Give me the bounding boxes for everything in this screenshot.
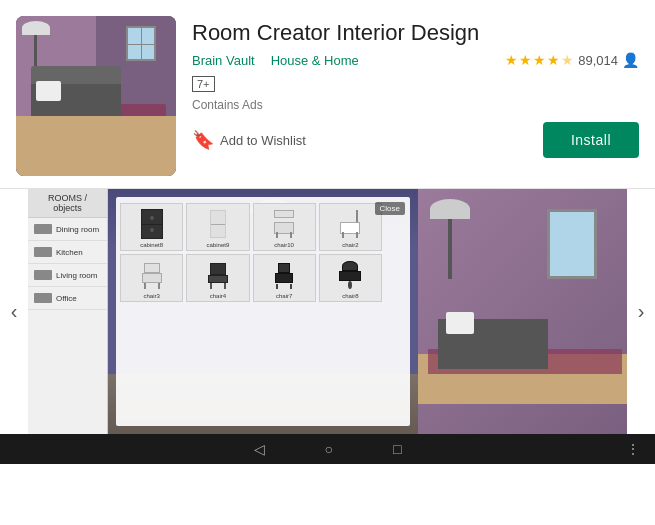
more-button[interactable]: ⋮ <box>626 441 640 457</box>
sc-main-area: Close cabinet8 <box>108 189 418 434</box>
star-1: ★ <box>505 52 518 68</box>
chair10-label: chair10 <box>256 242 313 248</box>
next-arrow-icon: › <box>638 300 645 323</box>
app-title: Room Creator Interior Design <box>192 20 639 46</box>
chair8-label: chair8 <box>322 293 379 299</box>
rating-count: 89,014 <box>578 53 618 68</box>
grid-item-cabinet8: cabinet8 <box>120 203 183 251</box>
app-icon <box>16 16 176 176</box>
cabinet9-label: cabinet9 <box>189 242 246 248</box>
kitchen-label: Kitchen <box>56 248 83 257</box>
sidebar-item-dining: Dining room <box>28 218 107 241</box>
action-row: 🔖 Add to Wishlist Install <box>192 122 639 158</box>
dining-label: Dining room <box>56 225 99 234</box>
sidebar-item-kitchen: Kitchen <box>28 241 107 264</box>
close-button[interactable]: Close <box>375 202 405 215</box>
prev-arrow-icon: ‹ <box>11 300 18 323</box>
cabinet8-label: cabinet8 <box>123 242 180 248</box>
bookmark-icon: 🔖 <box>192 129 214 151</box>
sc-sidebar-header: ROOMS / objects <box>28 189 107 218</box>
prev-arrow[interactable]: ‹ <box>0 189 28 434</box>
recents-button[interactable]: □ <box>393 441 401 457</box>
living-label: Living room <box>56 271 97 280</box>
install-button[interactable]: Install <box>543 122 639 158</box>
screenshots-section: ‹ ROOMS / objects Dining room Kitchen Li… <box>0 189 655 434</box>
star-2: ★ <box>519 52 532 68</box>
star-5: ★ <box>561 52 574 68</box>
wishlist-button[interactable]: 🔖 Add to Wishlist <box>192 129 306 151</box>
home-button[interactable]: ○ <box>325 441 333 457</box>
grid-item-chair3: chair3 <box>120 254 183 302</box>
developer-link[interactable]: Brain Vault <box>192 53 255 68</box>
chair7-label: chair7 <box>256 293 313 299</box>
category-link[interactable]: House & Home <box>271 53 359 68</box>
grid-item-cabinet9: cabinet9 <box>186 203 249 251</box>
chair2-label: chair2 <box>322 242 379 248</box>
app-card: Room Creator Interior Design Brain Vault… <box>0 0 655 189</box>
office-label: Office <box>56 294 77 303</box>
android-nav-bar: ◁ ○ □ ⋮ <box>0 434 655 464</box>
sidebar-item-office: Office <box>28 287 107 310</box>
star-3: ★ <box>533 52 546 68</box>
screenshots-container: ROOMS / objects Dining room Kitchen Livi… <box>28 189 627 434</box>
grid-item-chair10: chair10 <box>253 203 316 251</box>
grid-item-chair8: chair8 <box>319 254 382 302</box>
sidebar-item-living: Living room <box>28 264 107 287</box>
age-badge: 7+ <box>192 76 215 92</box>
app-meta-row: Brain Vault House & Home ★ ★ ★ ★ ★ 89,01… <box>192 52 639 68</box>
person-icon: 👤 <box>622 52 639 68</box>
star-rating: ★ ★ ★ ★ ★ <box>505 52 574 68</box>
chair4-label: chair4 <box>189 293 246 299</box>
grid-item-chair7: chair7 <box>253 254 316 302</box>
grid-item-chair2: chair2 <box>319 203 382 251</box>
screenshot-2 <box>418 189 627 434</box>
app-info: Room Creator Interior Design Brain Vault… <box>192 16 639 176</box>
wishlist-label: Add to Wishlist <box>220 133 306 148</box>
grid-item-chair4: chair4 <box>186 254 249 302</box>
sc-sidebar: ROOMS / objects Dining room Kitchen Livi… <box>28 189 108 434</box>
contains-ads-label: Contains Ads <box>192 98 639 112</box>
chair3-label: chair3 <box>123 293 180 299</box>
screenshot-1: ROOMS / objects Dining room Kitchen Livi… <box>28 189 418 434</box>
back-button[interactable]: ◁ <box>254 441 265 457</box>
next-arrow[interactable]: › <box>627 189 655 434</box>
star-4: ★ <box>547 52 560 68</box>
